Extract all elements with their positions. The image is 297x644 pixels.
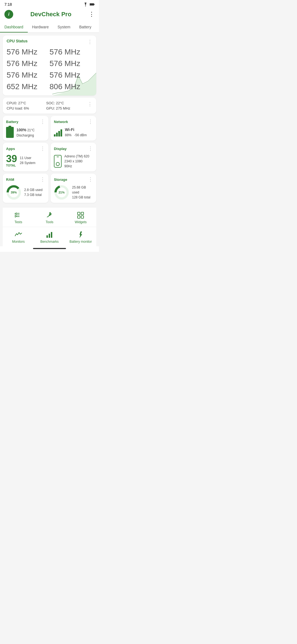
svg-rect-16 <box>46 235 48 238</box>
network-info: Wi-Fi 88% -56 dBm <box>65 127 87 138</box>
network-card-menu[interactable]: ⋮ <box>88 119 93 125</box>
apps-display-row: Apps ⋮ 39 TOTAL 11 User 28 System Displa… <box>3 143 96 171</box>
battery-status: Discharging <box>16 133 35 138</box>
ram-card-title: RAM <box>6 178 14 182</box>
cpu-info-right: SOC: 22°C GPU: 275 MHz <box>46 101 70 110</box>
cpu0-temp: CPU0: 27°C <box>7 101 29 105</box>
info-icon[interactable]: i <box>4 10 13 19</box>
gpu-freq: GPU: 275 MHz <box>46 106 70 110</box>
tab-battery[interactable]: Battery <box>75 22 96 32</box>
nav-tests[interactable]: Tests <box>3 207 34 227</box>
battery-card-header: Battery ⋮ <box>6 119 45 125</box>
cpu-freq-6: 652 MHz <box>7 81 50 92</box>
tab-bar: Dashboard Hardware System Battery Networ… <box>0 22 99 33</box>
display-card-menu[interactable]: ⋮ <box>88 146 93 152</box>
tools-icon <box>46 211 53 219</box>
battery-fill <box>7 127 13 137</box>
cpu-freq-4: 576 MHz <box>7 70 50 81</box>
svg-rect-12 <box>78 212 80 215</box>
battery-info: 100% 21°C Discharging <box>16 127 35 138</box>
cpu-status-menu[interactable]: ⋮ <box>87 39 92 45</box>
bottom-nav: Tests Tools Widgets <box>3 207 96 246</box>
svg-rect-18 <box>51 232 52 238</box>
cpu-status-header: CPU Status ⋮ <box>7 39 92 45</box>
battery-monitor-label: Battery monitor <box>70 240 92 244</box>
ram-storage-row: RAM ⋮ 39% 2.8 GB used 7.3 GB total <box>3 174 96 203</box>
svg-rect-2 <box>94 4 95 5</box>
storage-card-header: Storage ⋮ <box>54 176 93 182</box>
main-content: CPU Status ⋮ 576 MHz 576 MHz 576 MHz 576… <box>0 33 99 246</box>
storage-card-menu[interactable]: ⋮ <box>88 176 93 182</box>
storage-info: 25.68 GB used 128 GB total <box>72 185 93 200</box>
nav-battery-monitor[interactable]: Battery monitor <box>65 227 96 246</box>
network-strength: 88% <box>65 133 72 137</box>
cpu-freq-2: 576 MHz <box>7 58 50 69</box>
battery-card-menu[interactable]: ⋮ <box>40 119 45 125</box>
apps-total-label: TOTAL <box>6 164 17 167</box>
battery-monitor-icon <box>77 231 84 239</box>
nav-tools[interactable]: Tools <box>34 207 65 227</box>
soc-temp: SOC: 22°C <box>46 101 70 105</box>
svg-marker-19 <box>79 231 82 238</box>
ram-card-content: 39% 2.8 GB used 7.3 GB total <box>6 185 45 200</box>
ram-donut: 39% <box>6 185 21 200</box>
cpu-freq-5: 576 MHz <box>50 70 92 81</box>
storage-card-content: 21% 25.68 GB used 128 GB total <box>54 185 93 200</box>
cpu-info-card: CPU0: 27°C CPU load: 6% SOC: 22°C GPU: 2… <box>3 98 96 114</box>
status-icons <box>83 2 95 6</box>
monitors-icon <box>15 231 22 239</box>
phone-icon <box>54 155 62 168</box>
widgets-label: Widgets <box>75 220 87 224</box>
cpu-info-left: CPU0: 27°C CPU load: 6% <box>7 101 29 110</box>
cpu-status-title: CPU Status <box>7 39 28 43</box>
ram-card-header: RAM ⋮ <box>6 176 45 182</box>
status-bar: 7:18 <box>0 0 99 8</box>
tab-dashboard[interactable]: Dashboard <box>0 22 28 32</box>
ram-total: 7.3 GB total <box>24 192 43 197</box>
svg-rect-13 <box>81 212 84 215</box>
cpu-freq-7: 806 MHz <box>50 81 92 92</box>
ram-used: 2.8 GB used <box>24 187 43 192</box>
battery-card-content: 100% 21°C Discharging <box>6 127 45 138</box>
app-header: i DevCheck Pro ⋮ <box>0 8 99 22</box>
cpu-freq-0: 576 MHz <box>7 47 50 58</box>
display-resolution: 644 x 297 <box>64 159 82 163</box>
wifi-icon <box>83 2 88 6</box>
display-refresh: 90Hz <box>64 164 72 168</box>
overflow-menu-button[interactable]: ⋮ <box>89 11 95 18</box>
apps-card-menu[interactable]: ⋮ <box>40 146 45 152</box>
battery-network-row: Battery ⋮ 100% 21°C Discharging Netwo <box>3 116 96 141</box>
cpu-load: CPU load: 6% <box>7 106 29 110</box>
ram-card-menu[interactable]: ⋮ <box>40 176 45 182</box>
storage-total: 128 GB total <box>72 195 93 200</box>
benchmarks-label: Benchmarks <box>40 240 59 244</box>
cpu-freq-3: 576 MHz <box>50 58 92 69</box>
tab-system[interactable]: System <box>53 22 75 32</box>
battery-temp: 21°C <box>27 128 35 132</box>
tests-label: Tests <box>15 220 22 224</box>
battery-card: Battery ⋮ 100% 21°C Discharging <box>3 116 48 141</box>
network-card: Network ⋮ Wi-Fi 88% -56 dBm <box>51 116 96 141</box>
battery-status-icon <box>90 3 95 6</box>
bottom-nav-row2: Monitors Benchmarks Battery monitor <box>3 227 96 246</box>
cpu-info-menu[interactable]: ⋮ <box>87 101 92 107</box>
home-bar <box>33 248 66 249</box>
network-card-header: Network ⋮ <box>54 119 93 125</box>
apps-system: 28 System <box>20 160 35 165</box>
network-type: Wi-Fi <box>65 127 87 133</box>
storage-used: 25.68 GB used <box>72 185 93 195</box>
svg-rect-17 <box>49 234 50 238</box>
svg-rect-15 <box>81 216 84 218</box>
display-gpu: Adreno (TM) 620 <box>64 154 93 159</box>
network-dbm: -56 dBm <box>74 133 87 137</box>
nav-widgets[interactable]: Widgets <box>65 207 96 227</box>
tab-hardware[interactable]: Hardware <box>28 22 53 32</box>
benchmarks-icon <box>46 231 53 239</box>
tab-network[interactable]: Network <box>96 22 99 32</box>
svg-rect-14 <box>78 216 80 218</box>
apps-card: Apps ⋮ 39 TOTAL 11 User 28 System <box>3 143 48 171</box>
ram-info: 2.8 GB used 7.3 GB total <box>24 187 43 197</box>
nav-monitors[interactable]: Monitors <box>3 227 34 246</box>
battery-percent: 100% <box>16 128 26 132</box>
nav-benchmarks[interactable]: Benchmarks <box>34 227 65 246</box>
